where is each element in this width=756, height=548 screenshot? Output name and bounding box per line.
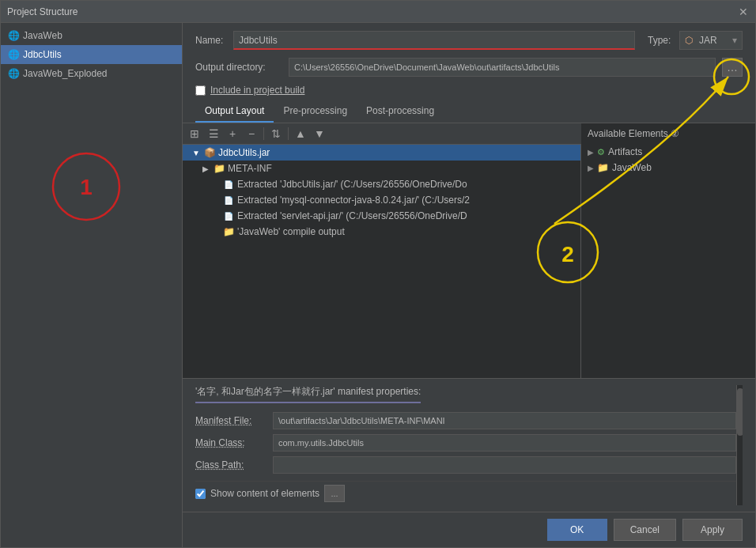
include-checkbox-row: Include in project build xyxy=(183,80,755,100)
tree-item-label-jar: JdbcUtils.jar xyxy=(218,147,270,158)
tree-item-compile-output[interactable]: 📁 'JavaWeb' compile output xyxy=(183,224,580,240)
available-header-text: Available Elements ② xyxy=(588,128,679,139)
available-item-label-javaweb: JavaWeb xyxy=(612,162,652,173)
class-path-input[interactable] xyxy=(273,456,736,474)
dialog-title: Project Structure xyxy=(7,6,77,17)
bottom-title: '名字, 和Jar包的名字一样就行.jar' manifest properti… xyxy=(195,385,421,403)
artifact-icon: ⚙ xyxy=(597,147,605,157)
jar-icon: ⬡ xyxy=(685,35,693,46)
sidebar-item-label: JavaWeb xyxy=(23,30,62,41)
tree-item-label-metainf: META-INF xyxy=(228,163,272,174)
extract-icon-1: 📄 xyxy=(222,178,235,191)
remove-button[interactable]: − xyxy=(243,125,260,142)
bottom-section: '名字, 和Jar包的名字一样就行.jar' manifest properti… xyxy=(183,378,755,512)
sidebar-item-javaweb[interactable]: 🌐 JavaWeb xyxy=(1,26,182,45)
tree-item-metainf[interactable]: ▶ 📁 META-INF xyxy=(183,161,580,176)
project-structure-dialog: Project Structure ✕ 🌐 JavaWeb 🌐 JdbcUtil… xyxy=(0,0,756,548)
cancel-button[interactable]: Cancel xyxy=(614,519,676,541)
manifest-input[interactable] xyxy=(273,412,736,429)
up-button[interactable]: ▲ xyxy=(292,125,309,142)
name-label: Name: xyxy=(195,35,227,46)
class-path-label: Class Path: xyxy=(195,459,266,471)
tree-item-jar[interactable]: ▼ 📦 JdbcUtils.jar xyxy=(183,145,580,161)
down-button[interactable]: ▼ xyxy=(311,125,328,142)
dialog-buttons: OK Cancel Apply xyxy=(183,512,755,547)
bottom-inner: '名字, 和Jar包的名字一样就行.jar' manifest properti… xyxy=(195,385,736,505)
expand-javaweb-icon: ▶ xyxy=(588,164,594,172)
output-icon: 📁 xyxy=(222,225,235,238)
chevron-down-icon: ▾ xyxy=(732,35,737,46)
close-button[interactable]: ✕ xyxy=(738,6,749,17)
available-item-javaweb[interactable]: ▶ 📁 JavaWeb xyxy=(581,160,755,176)
output-input[interactable] xyxy=(289,58,716,77)
extract-icon-3: 📄 xyxy=(222,210,235,222)
tree-item-label-extracted-2: Extracted 'mysql-connector-java-8.0.24.j… xyxy=(237,195,470,206)
name-row: Name: Type: ⬡ JAR ▾ xyxy=(183,23,755,55)
list-view-button[interactable]: ☰ xyxy=(205,125,222,142)
type-label: Type: xyxy=(648,35,673,46)
title-bar: Project Structure ✕ xyxy=(1,1,755,23)
globe-icon: 🌐 xyxy=(7,29,20,42)
include-checkbox[interactable] xyxy=(195,85,206,96)
browse-button[interactable]: … xyxy=(722,58,743,77)
bottom-scroll-area: '名字, 和Jar包的名字一样就行.jar' manifest properti… xyxy=(195,385,743,505)
sidebar-item-label-3: JavaWeb_Exploded xyxy=(23,68,108,79)
output-label: Output directory: xyxy=(195,62,282,73)
right-panel: Name: Type: ⬡ JAR ▾ Output directory: … xyxy=(183,23,755,547)
show-content-checkbox[interactable] xyxy=(195,489,206,499)
artifact-tree: ▼ 📦 JdbcUtils.jar ▶ 📁 META-INF xyxy=(183,145,581,378)
type-value: JAR xyxy=(699,35,717,46)
tree-item-extracted-2[interactable]: 📄 Extracted 'mysql-connector-java-8.0.24… xyxy=(183,192,580,208)
layout-icon-button[interactable]: ⊞ xyxy=(186,125,203,142)
main-class-row: Main Class: xyxy=(195,432,736,454)
main-class-input[interactable] xyxy=(273,434,736,452)
expand-arrow: ▼ xyxy=(191,149,201,157)
jar-file-icon: 📦 xyxy=(203,146,216,159)
show-content-label: Show content of elements xyxy=(210,488,319,499)
manifest-label: Manifest File: xyxy=(195,415,266,426)
type-select[interactable]: ⬡ JAR ▾ xyxy=(679,31,743,50)
available-item-artifacts[interactable]: ▶ ⚙ Artifacts xyxy=(581,144,755,160)
sidebar-item-jdbcutils[interactable]: 🌐 JdbcUtils xyxy=(1,45,182,64)
available-header: Available Elements ② xyxy=(581,123,755,144)
javaweb-folder-icon: 📁 xyxy=(597,162,609,173)
show-content-row: Show content of elements ... xyxy=(195,481,736,505)
available-panel: Available Elements ② ▶ ⚙ Artifacts ▶ 📁 J… xyxy=(581,123,755,378)
bottom-scrollbar[interactable] xyxy=(736,385,743,505)
show-content-button[interactable]: ... xyxy=(324,485,345,502)
globe-icon-2: 🌐 xyxy=(7,48,20,61)
apply-button[interactable]: Apply xyxy=(682,519,743,541)
name-input[interactable] xyxy=(233,31,635,50)
bottom-scrollbar-thumb[interactable] xyxy=(737,388,743,436)
tab-preprocessing[interactable]: Pre-processing xyxy=(274,100,357,123)
add-button[interactable]: + xyxy=(224,125,241,142)
expand-arrow-metainf: ▶ xyxy=(201,164,210,173)
output-row: Output directory: … xyxy=(183,55,755,80)
tree-item-label-extracted-3: Extracted 'servlet-api.jar/' (C:/Users/2… xyxy=(237,210,467,221)
tree-item-extracted-1[interactable]: 📄 Extracted 'JdbcUtils.jar/' (C:/Users/2… xyxy=(183,176,580,192)
separator-2 xyxy=(288,127,289,140)
available-item-label-artifacts: Artifacts xyxy=(608,146,642,157)
content-split: ⊞ ☰ + − ⇅ ▲ ▼ xyxy=(183,123,755,378)
main-class-label: Main Class: xyxy=(195,437,266,448)
sidebar-item-javaweb-exploded[interactable]: 🌐 JavaWeb_Exploded xyxy=(1,64,182,83)
tree-item-extracted-3[interactable]: 📄 Extracted 'servlet-api.jar/' (C:/Users… xyxy=(183,208,580,224)
include-label: Include in project build xyxy=(210,85,304,96)
main-content: 🌐 JavaWeb 🌐 JdbcUtils 🌐 JavaWeb_Exploded… xyxy=(1,23,755,547)
tabs-row: Output Layout Pre-processing Post-proces… xyxy=(183,100,755,123)
tab-postprocessing[interactable]: Post-processing xyxy=(357,100,444,123)
manifest-row: Manifest File: xyxy=(195,410,736,432)
expand-artifacts-icon: ▶ xyxy=(588,148,594,157)
extract-icon-2: 📄 xyxy=(222,194,235,206)
separator xyxy=(263,127,264,140)
sidebar: 🌐 JavaWeb 🌐 JdbcUtils 🌐 JavaWeb_Exploded xyxy=(1,23,183,547)
ok-button[interactable]: OK xyxy=(547,519,607,541)
tree-item-label-compile: 'JavaWeb' compile output xyxy=(237,226,345,237)
sidebar-item-label-2: JdbcUtils xyxy=(23,49,62,60)
tree-item-label-extracted-1: Extracted 'JdbcUtils.jar/' (C:/Users/265… xyxy=(237,179,467,190)
sort-button[interactable]: ⇅ xyxy=(267,125,285,142)
browse-btn-wrapper: … xyxy=(722,58,743,77)
tree-toolbar: ⊞ ☰ + − ⇅ ▲ ▼ xyxy=(183,123,581,145)
tab-output-layout[interactable]: Output Layout xyxy=(195,100,274,123)
folder-icon: 📁 xyxy=(213,162,225,175)
